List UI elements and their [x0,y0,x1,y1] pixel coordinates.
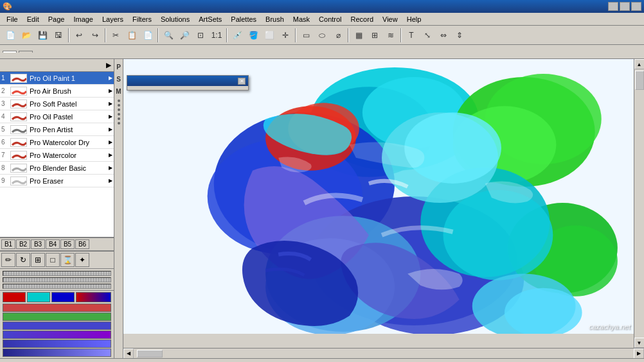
brush-list-item[interactable]: 5Pro Pen Artist▶ [0,123,114,136]
menu-item-control[interactable]: Control [315,15,345,24]
menu-item-solutions[interactable]: Solutions [157,15,193,24]
texture-button[interactable]: ▦ [351,28,366,43]
lum-channel[interactable] [3,349,111,357]
brush-list-item[interactable]: 9Pro Eraser▶ [0,175,114,187]
scroll-right-button[interactable]: ▶ [634,349,644,359]
foreground-color[interactable] [3,292,26,302]
brush-control-dialog: ✕ [127,75,249,90]
menu-item-view[interactable]: View [379,15,402,24]
history-tool-button[interactable]: ⌛ [60,253,75,267]
paper-tool-button[interactable]: □ [46,253,60,267]
scroll-left-button[interactable]: ◀ [123,349,134,359]
rect-select-button[interactable]: ▭ [298,28,314,43]
canvas-area[interactable]: ✕ cazachya.net [123,59,634,334]
pattern-button[interactable]: ⊞ [367,28,382,43]
menu-item-file[interactable]: File [3,15,22,24]
menu-item-layers[interactable]: Layers [98,15,127,24]
horizontal-scrollbar[interactable]: ◀ ▶ [123,348,644,358]
brush-bank-button[interactable]: B3 [31,239,45,249]
green-channel[interactable] [3,313,111,321]
copy-button[interactable]: 📋 [124,28,139,43]
psm-tab-m[interactable]: M [114,86,123,96]
brush-list-item[interactable]: 2Pro Air Brush▶ [0,85,114,98]
scroll-thumb[interactable] [635,71,644,90]
menu-item-palettes[interactable]: Palettes [227,15,260,24]
menu-item-edit[interactable]: Edit [23,15,43,24]
save-button[interactable]: 💾 [35,28,50,43]
opacity-slider[interactable] [3,284,111,289]
background-color[interactable] [27,292,50,302]
menu-item-page[interactable]: Page [44,15,69,24]
brush-list-item[interactable]: 7Pro Watercolor▶ [0,149,114,162]
brush-bank-button[interactable]: B4 [46,239,60,249]
brush-list-item[interactable]: 4Pro Oil Pastel▶ [0,110,114,123]
eraser-button[interactable]: ⬜ [262,28,277,43]
menu-item-help[interactable]: Help [403,15,425,24]
menu-item-brush[interactable]: Brush [262,15,288,24]
brush-bank-button[interactable]: B5 [60,239,75,249]
menu-item-mask[interactable]: Mask [289,15,314,24]
sep3 [157,28,159,42]
settings-tool-button[interactable]: ⊞ [31,253,45,267]
paste-button[interactable]: 📄 [140,28,156,43]
vertical-scrollbar[interactable]: ▲ ▼ [634,59,644,348]
psm-tab-s[interactable]: S [114,74,123,84]
menu-item-image[interactable]: Image [69,15,97,24]
oval-select-button[interactable]: ⬭ [314,28,330,43]
brush-control-close[interactable]: ✕ [238,78,246,85]
blue-channel[interactable] [3,322,111,330]
eyedropper-button[interactable]: 💉 [229,28,245,43]
brush-tab[interactable] [19,51,33,53]
menu-item-record[interactable]: Record [347,15,377,24]
brush-control-titlebar[interactable]: ✕ [127,76,248,86]
scroll-up-button[interactable]: ▲ [634,59,645,69]
flip-h-button[interactable]: ⇔ [436,28,451,43]
sat-channel[interactable] [3,340,111,348]
scroll-down-button[interactable]: ▼ [634,338,645,348]
hscroll-track[interactable] [134,349,634,358]
density-slider[interactable] [3,277,111,282]
new-file-button[interactable]: 📄 [3,28,18,43]
transform-button[interactable]: ⤡ [420,28,435,43]
painting-canvas[interactable] [123,59,634,334]
brush-buttons-row: B1B2B3B4B5B6 [0,237,114,251]
menu-item-filters[interactable]: Filters [129,15,156,24]
zoom-1to1-button[interactable]: 1:1 [209,28,224,43]
project-sets-header[interactable]: ▶ [0,59,114,72]
brush-bank-button[interactable]: B6 [75,239,89,249]
brush-list-item[interactable]: 1Pro Oil Paint 1▶ [0,72,114,85]
size-slider[interactable] [3,271,111,276]
mid-color[interactable] [51,292,75,302]
text-button[interactable]: T [404,28,419,43]
flip-v-button[interactable]: ⇕ [452,28,467,43]
cut-button[interactable]: ✂ [108,28,123,43]
hue-channel[interactable] [3,331,111,339]
blend-button[interactable]: ≋ [383,28,398,43]
zoom-fit-button[interactable]: ⊡ [193,28,208,43]
undo-button[interactable]: ↩ [71,28,87,43]
brush-bank-button[interactable]: B2 [16,239,30,249]
menu-item-artsets[interactable]: ArtSets [195,15,226,24]
hscroll-thumb[interactable] [137,350,163,358]
open-file-button[interactable]: 📂 [19,28,34,43]
redo-button[interactable]: ↪ [87,28,103,43]
psm-tab-p[interactable]: P [114,62,123,72]
red-channel[interactable] [3,304,111,312]
brush-tool-button[interactable]: ✏ [1,253,15,267]
brush-list-item[interactable]: 8Pro Blender Basic▶ [0,162,114,175]
lasso-button[interactable]: ⌀ [330,28,346,43]
brush-bank-button[interactable]: B1 [1,239,15,249]
star-tool-button[interactable]: ✦ [75,253,89,267]
close-button[interactable] [631,2,641,11]
paper-tab[interactable] [3,51,17,53]
move-button[interactable]: ✛ [278,28,293,43]
save-as-button[interactable]: 🖫 [51,28,66,43]
zoom-out-button[interactable]: 🔎 [177,28,192,43]
brush-list-item[interactable]: 3Pro Soft Pastel▶ [0,98,114,110]
maximize-button[interactable] [620,2,630,11]
fill-button[interactable]: 🪣 [246,28,261,43]
minimize-button[interactable] [608,2,618,11]
rotate-tool-button[interactable]: ↻ [16,253,30,267]
zoom-in-button[interactable]: 🔍 [161,28,176,43]
brush-list-item[interactable]: 6Pro Watercolor Dry▶ [0,136,114,149]
